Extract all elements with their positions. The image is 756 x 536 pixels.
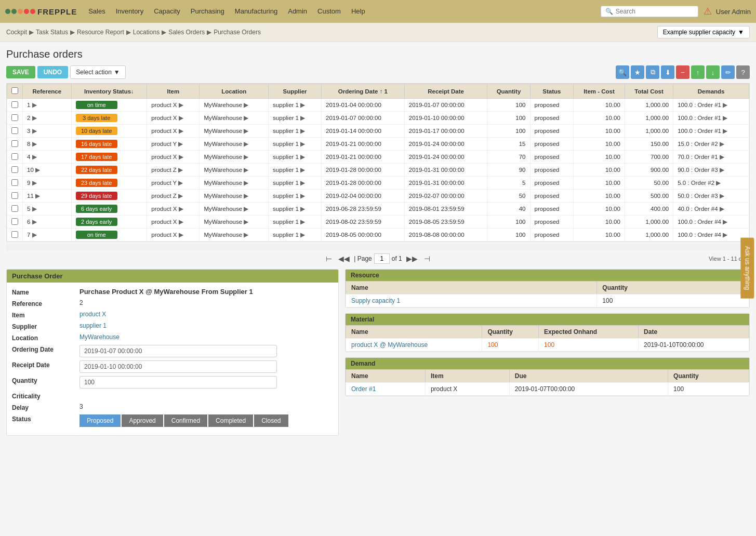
- col-quantity[interactable]: Quantity: [487, 84, 530, 99]
- row-checkbox[interactable]: [11, 192, 18, 199]
- row-checkbox[interactable]: [11, 218, 18, 225]
- col-item-cost[interactable]: Item - Cost: [574, 84, 625, 99]
- table-row[interactable]: 3 ▶ 10 days late product X ▶ MyWarehouse…: [7, 125, 749, 138]
- breadcrumb-cockpit[interactable]: Cockpit: [6, 29, 27, 36]
- down-arrow-icon[interactable]: ↓: [706, 65, 720, 79]
- alert-icon[interactable]: ⚠: [704, 6, 712, 17]
- col-location[interactable]: Location: [200, 84, 269, 99]
- row-quantity: 90: [487, 164, 530, 177]
- help-icon[interactable]: ?: [736, 65, 750, 79]
- value-supplier[interactable]: supplier 1: [79, 322, 333, 329]
- nav-custom[interactable]: Custom: [312, 0, 346, 23]
- row-checkbox-cell[interactable]: [7, 229, 23, 242]
- page-input[interactable]: [374, 253, 390, 264]
- nav-sales[interactable]: Sales: [83, 0, 111, 23]
- input-receipt-date[interactable]: [79, 360, 277, 373]
- row-checkbox[interactable]: [11, 140, 18, 147]
- input-quantity[interactable]: [79, 376, 277, 388]
- status-proposed[interactable]: Proposed: [79, 414, 121, 427]
- edit-icon[interactable]: ✏: [721, 65, 735, 79]
- value-location[interactable]: MyWarehouse: [79, 333, 333, 341]
- row-checkbox[interactable]: [11, 153, 18, 160]
- col-item[interactable]: Item: [147, 84, 200, 99]
- breadcrumb-sales-orders[interactable]: Sales Orders: [168, 29, 205, 36]
- status-completed[interactable]: Completed: [208, 414, 253, 427]
- table-row[interactable]: 4 ▶ 17 days late product X ▶ MyWarehouse…: [7, 151, 749, 164]
- download-icon[interactable]: ⬇: [661, 65, 674, 79]
- row-checkbox[interactable]: [11, 205, 18, 212]
- row-checkbox[interactable]: [11, 101, 18, 108]
- table-row[interactable]: 2 ▶ 3 days late product X ▶ MyWarehouse …: [7, 112, 749, 125]
- nav-purchasing[interactable]: Purchasing: [185, 0, 230, 23]
- last-page-button[interactable]: ⊣: [422, 253, 432, 264]
- breadcrumb-locations[interactable]: Locations: [133, 29, 160, 36]
- breadcrumb-purchase-orders[interactable]: Purchase Orders: [214, 29, 261, 36]
- example-dropdown-button[interactable]: Example supplier capacity ▼: [657, 26, 750, 38]
- nav-help[interactable]: Help: [346, 0, 370, 23]
- row-checkbox-cell[interactable]: [7, 151, 23, 164]
- table-row[interactable]: 10 ▶ 22 days late product Z ▶ MyWarehous…: [7, 164, 749, 177]
- row-checkbox[interactable]: [11, 127, 18, 134]
- table-row[interactable]: 6 ▶ 2 days early product X ▶ MyWarehouse…: [7, 216, 749, 229]
- row-checkbox-cell[interactable]: [7, 125, 23, 138]
- row-checkbox[interactable]: [11, 114, 18, 121]
- table-row[interactable]: 5 ▶ 6 days early product X ▶ MyWarehouse…: [7, 203, 749, 216]
- status-approved[interactable]: Approved: [122, 414, 163, 427]
- col-demands[interactable]: Demands: [673, 84, 749, 99]
- table-row[interactable]: 1 ▶ on time product X ▶ MyWarehouse ▶ su…: [7, 99, 749, 112]
- col-status[interactable]: Status: [530, 84, 574, 99]
- row-ref: 9 ▶: [23, 177, 72, 190]
- table-row[interactable]: 8 ▶ 16 days late product Y ▶ MyWarehouse…: [7, 138, 749, 151]
- breadcrumb-resource-report[interactable]: Resource Report: [77, 29, 124, 36]
- col-ordering-date[interactable]: Ordering Date ↑ 1: [322, 84, 405, 99]
- table-row[interactable]: 7 ▶ on time product X ▶ MyWarehouse ▶ su…: [7, 229, 749, 242]
- input-ordering-date[interactable]: [79, 345, 277, 357]
- row-checkbox-cell[interactable]: [7, 216, 23, 229]
- demand-name[interactable]: Order #1: [346, 383, 426, 396]
- row-checkbox-cell[interactable]: [7, 177, 23, 190]
- status-confirmed[interactable]: Confirmed: [164, 414, 207, 427]
- next-page-button[interactable]: ▶▶: [404, 253, 420, 264]
- nav-manufacturing[interactable]: Manufacturing: [230, 0, 283, 23]
- search-input[interactable]: [616, 8, 694, 15]
- ask-us-anything-tab[interactable]: Ask us anything: [741, 238, 754, 299]
- material-name[interactable]: product X @ MyWarehouse: [346, 339, 482, 352]
- row-checkbox-cell[interactable]: [7, 112, 23, 125]
- copy-icon[interactable]: ⧉: [646, 65, 659, 79]
- first-page-button[interactable]: ⊢: [324, 253, 334, 264]
- col-inventory-status[interactable]: Inventory Status↓: [71, 84, 147, 99]
- select-all-checkbox[interactable]: [11, 87, 18, 94]
- row-checkbox-cell[interactable]: [7, 164, 23, 177]
- bookmark-icon[interactable]: ★: [631, 65, 644, 79]
- search-toolbar-icon[interactable]: 🔍: [616, 65, 629, 79]
- row-checkbox-cell[interactable]: [7, 99, 23, 112]
- status-closed[interactable]: Closed: [254, 414, 288, 427]
- resource-name[interactable]: Supply capacity 1: [346, 294, 597, 307]
- nav-inventory[interactable]: Inventory: [111, 0, 149, 23]
- row-checkbox[interactable]: [11, 166, 18, 173]
- save-button[interactable]: SAVE: [6, 66, 35, 78]
- up-arrow-icon[interactable]: ↑: [691, 65, 705, 79]
- horizontal-scrollbar[interactable]: [6, 244, 750, 250]
- row-checkbox-cell[interactable]: [7, 190, 23, 203]
- col-reference[interactable]: Reference: [23, 84, 72, 99]
- action-dropdown-button[interactable]: Select action ▼: [70, 65, 126, 79]
- table-row[interactable]: 11 ▶ 29 days late product Z ▶ MyWarehous…: [7, 190, 749, 203]
- undo-button[interactable]: UNDO: [37, 66, 68, 78]
- table-row[interactable]: 9 ▶ 23 days late product Y ▶ MyWarehouse…: [7, 177, 749, 190]
- nav-admin[interactable]: Admin: [283, 0, 312, 23]
- view-count: View 1 - 11 o: [709, 256, 742, 262]
- col-receipt-date[interactable]: Receipt Date: [404, 84, 487, 99]
- col-supplier[interactable]: Supplier: [269, 84, 322, 99]
- value-item[interactable]: product X: [79, 311, 333, 318]
- breadcrumb-task-status[interactable]: Task Status: [36, 29, 68, 36]
- row-checkbox[interactable]: [11, 231, 18, 238]
- nav-capacity[interactable]: Capacity: [149, 0, 185, 23]
- prev-page-button[interactable]: ◀◀: [336, 253, 352, 264]
- row-checkbox-cell[interactable]: [7, 203, 23, 216]
- row-checkbox-cell[interactable]: [7, 138, 23, 151]
- row-checkbox[interactable]: [11, 179, 18, 186]
- minus-icon[interactable]: −: [676, 65, 689, 79]
- status-buttons: Proposed Approved Confirmed Completed Cl…: [79, 414, 288, 427]
- col-total-cost[interactable]: Total Cost: [625, 84, 673, 99]
